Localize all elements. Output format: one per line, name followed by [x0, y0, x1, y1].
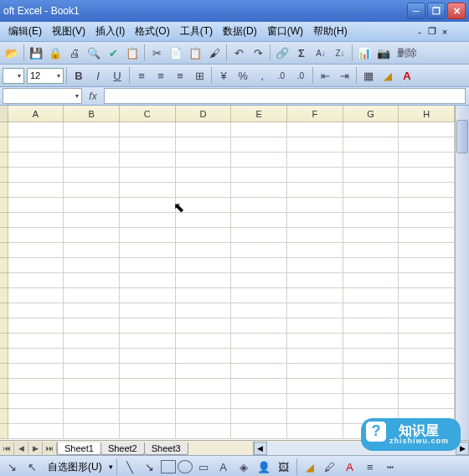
cell[interactable] [8, 334, 64, 349]
print-preview-icon[interactable]: 🔍 [85, 44, 103, 62]
cell[interactable] [8, 198, 64, 213]
row-header[interactable] [0, 122, 8, 137]
cell[interactable] [120, 122, 176, 137]
cell[interactable] [287, 379, 343, 394]
cell[interactable] [399, 243, 455, 258]
cell[interactable] [176, 379, 232, 394]
tab-sheet2[interactable]: Sheet2 [100, 442, 145, 455]
cell[interactable] [231, 424, 287, 439]
cell[interactable] [64, 364, 120, 379]
cell[interactable] [8, 349, 64, 364]
cell[interactable] [120, 364, 176, 379]
cell[interactable] [231, 122, 287, 137]
cell[interactable] [64, 198, 120, 213]
cell[interactable] [176, 228, 232, 243]
cell[interactable] [399, 153, 455, 168]
cell[interactable] [120, 409, 176, 424]
tab-nav-first[interactable]: ⏮ [0, 442, 14, 455]
cell[interactable] [176, 424, 232, 439]
cell[interactable] [64, 334, 120, 349]
col-H[interactable]: H [399, 106, 455, 122]
cell[interactable] [343, 122, 399, 137]
cell[interactable] [64, 213, 120, 228]
cell[interactable] [176, 364, 232, 379]
menu-view[interactable]: 视图(V) [47, 23, 90, 40]
cell[interactable] [120, 334, 176, 349]
cell[interactable] [231, 228, 287, 243]
cell[interactable] [399, 183, 455, 198]
cell[interactable] [343, 168, 399, 183]
delete-button[interactable]: 删除 [394, 44, 420, 62]
autoshapes-menu[interactable]: 自选图形(U) [43, 460, 107, 474]
cell[interactable] [399, 318, 455, 334]
cut-icon[interactable]: ✂ [147, 44, 166, 62]
menu-tools[interactable]: 工具(T) [175, 23, 218, 40]
cell[interactable] [176, 122, 232, 137]
cell[interactable] [287, 394, 343, 409]
diagram-icon[interactable]: ◈ [234, 458, 253, 476]
line-color-icon[interactable]: 🖊 [321, 458, 339, 476]
cell[interactable] [64, 183, 120, 198]
row-header[interactable] [0, 137, 8, 153]
col-C[interactable]: C [120, 106, 176, 122]
cell[interactable] [287, 409, 343, 424]
cell[interactable] [64, 379, 120, 394]
tab-sheet3[interactable]: Sheet3 [144, 442, 188, 455]
doc-close-button[interactable]: × [439, 26, 451, 38]
cell[interactable] [176, 243, 232, 258]
cell[interactable] [343, 364, 399, 379]
cell[interactable] [399, 213, 455, 228]
fx-button[interactable]: fx [82, 91, 104, 102]
cell[interactable] [120, 303, 176, 318]
sort-desc-icon[interactable]: Z↓ [331, 44, 349, 62]
cell[interactable] [120, 183, 176, 198]
cell[interactable] [120, 213, 176, 228]
cell[interactable] [176, 213, 232, 228]
cell[interactable] [64, 424, 120, 439]
format-painter-icon[interactable]: 🖌 [205, 44, 224, 62]
cell[interactable] [231, 334, 287, 349]
col-B[interactable]: B [64, 106, 120, 122]
cell[interactable] [64, 394, 120, 409]
row-header[interactable] [0, 334, 8, 349]
cell[interactable] [176, 334, 232, 349]
cell[interactable] [176, 273, 232, 288]
tab-nav-next[interactable]: ▶ [28, 442, 43, 455]
cell[interactable] [231, 243, 287, 258]
cell[interactable] [64, 243, 120, 258]
borders-icon[interactable]: ▦ [359, 66, 378, 85]
font-color-draw-icon[interactable]: A [341, 458, 359, 476]
draw-menu-icon[interactable]: ↘ [3, 458, 21, 476]
cell[interactable] [399, 364, 455, 379]
textbox-icon[interactable]: ▭ [194, 458, 213, 476]
scroll-thumb[interactable] [456, 120, 468, 153]
cell[interactable] [287, 168, 343, 183]
cell[interactable] [120, 153, 176, 168]
cell[interactable] [8, 364, 64, 379]
italic-button[interactable]: I [89, 66, 107, 85]
cell[interactable] [231, 137, 287, 153]
cell[interactable] [287, 318, 343, 334]
row-header[interactable] [0, 349, 8, 364]
cell[interactable] [287, 122, 343, 137]
cell[interactable] [64, 303, 120, 318]
cell[interactable] [120, 258, 176, 273]
row-header[interactable] [0, 243, 8, 258]
cell[interactable] [8, 153, 64, 168]
cell[interactable] [8, 213, 64, 228]
cell[interactable] [287, 153, 343, 168]
cell[interactable] [176, 394, 232, 409]
formula-input[interactable] [104, 88, 466, 104]
doc-restore-button[interactable]: ❐ [426, 26, 438, 38]
permission-icon[interactable]: 🔒 [46, 44, 64, 62]
select-objects-icon[interactable]: ↖ [23, 458, 41, 476]
cell[interactable] [399, 349, 455, 364]
picture-icon[interactable]: 🖼 [275, 458, 293, 476]
cell[interactable] [8, 258, 64, 273]
close-button[interactable]: ✕ [447, 3, 466, 19]
autosum-icon[interactable]: Σ [292, 44, 311, 62]
vertical-scrollbar[interactable] [455, 106, 469, 440]
cell[interactable] [8, 137, 64, 153]
cell[interactable] [343, 243, 399, 258]
cell[interactable] [399, 394, 455, 409]
